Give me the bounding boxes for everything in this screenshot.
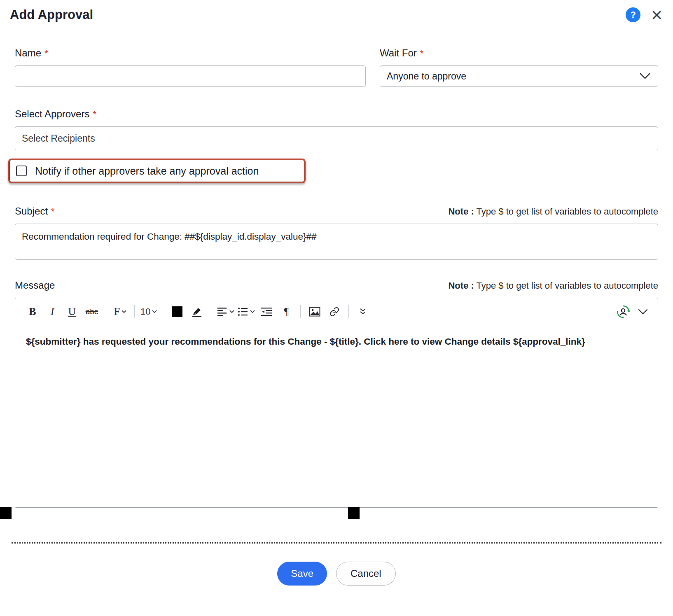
link-icon: [329, 307, 340, 317]
approvers-label: Select Approvers: [15, 108, 89, 119]
close-icon: ×: [651, 4, 662, 26]
help-button[interactable]: ?: [626, 7, 640, 22]
list-button[interactable]: [238, 303, 255, 321]
toolbar-divider: [134, 305, 135, 318]
notify-checkbox-label: Notify if other approvers take any appro…: [35, 165, 259, 177]
wait-for-required-mark: *: [420, 48, 424, 58]
align-left-icon: [217, 307, 228, 316]
underline-icon: U: [68, 306, 76, 318]
bold-button[interactable]: B: [24, 303, 41, 321]
highlight-color-button[interactable]: [189, 303, 205, 321]
message-editor-body[interactable]: ${submitter} has requested your recommen…: [15, 325, 658, 507]
font-size-button[interactable]: 10: [140, 303, 157, 321]
strikethrough-icon: abc: [86, 307, 98, 316]
cancel-button[interactable]: Cancel: [336, 562, 396, 586]
black-marker: [348, 507, 360, 519]
message-note: Note : Type $ to get list of variables t…: [448, 280, 658, 291]
align-button[interactable]: [217, 303, 234, 321]
more-tools-button[interactable]: [355, 303, 371, 321]
notify-highlight-annotation: Notify if other approvers take any appro…: [8, 159, 306, 183]
chevron-down-icon: [152, 310, 157, 313]
paragraph-button[interactable]: ¶: [278, 303, 294, 321]
footer-actions: Save Cancel: [0, 562, 673, 586]
message-label: Message: [15, 280, 55, 291]
form-area: Name* Wait For* Anyone to approve Selec: [0, 47, 673, 508]
subject-required-mark: *: [51, 206, 55, 217]
name-required-mark: *: [44, 48, 48, 58]
toolbar-divider: [163, 305, 163, 318]
add-approval-dialog: Add Approval ? × Name* Wait For*: [0, 0, 673, 616]
agent-circle-icon: [616, 305, 630, 319]
close-button[interactable]: ×: [651, 9, 662, 21]
font-family-icon: F: [114, 306, 120, 318]
bullet-list-icon: [238, 307, 248, 316]
double-chevron-down-icon: [359, 308, 367, 315]
collapse-toolbar-button[interactable]: [635, 303, 651, 321]
bold-icon: B: [29, 306, 36, 318]
approvers-required-mark: *: [93, 109, 96, 119]
text-color-icon: [172, 306, 182, 317]
note-body: Type $ to get list of variables to autoc…: [474, 280, 658, 291]
subject-note: Note : Type $ to get list of variables t…: [448, 206, 658, 217]
mention-agent-button[interactable]: [615, 303, 631, 321]
wait-for-selected-value: Anyone to approve: [387, 71, 466, 82]
black-marker: [0, 507, 12, 519]
save-button[interactable]: Save: [277, 562, 327, 586]
text-color-button[interactable]: [169, 303, 185, 321]
toolbar-divider: [300, 305, 301, 318]
image-icon: [309, 307, 320, 317]
name-input[interactable]: [15, 65, 366, 87]
name-label: Name: [15, 47, 41, 58]
paragraph-icon: ¶: [284, 306, 289, 318]
subject-input[interactable]: Recommendation required for Change: ##${…: [15, 224, 658, 260]
dialog-header: Add Approval ? ×: [0, 0, 673, 29]
strikethrough-button[interactable]: abc: [84, 303, 100, 321]
subject-label: Subject: [15, 205, 48, 217]
question-icon: ?: [630, 9, 636, 20]
rich-text-editor: B I U abc F 10: [15, 298, 658, 508]
highlighter-icon: [191, 306, 203, 317]
note-prefix: Note :: [448, 206, 474, 217]
notify-checkbox[interactable]: [16, 166, 27, 176]
chevron-down-icon: [640, 73, 650, 79]
approvers-input[interactable]: [15, 126, 658, 150]
chevron-down-icon: [250, 310, 255, 313]
italic-button[interactable]: I: [44, 303, 61, 321]
page-title: Add Approval: [10, 7, 93, 22]
italic-icon: I: [51, 306, 54, 318]
font-family-button[interactable]: F: [112, 303, 129, 321]
wait-for-label: Wait For: [380, 47, 417, 58]
note-prefix: Note :: [448, 280, 474, 291]
editor-toolbar: B I U abc F 10: [15, 298, 658, 325]
toolbar-divider: [106, 305, 106, 318]
outdent-button[interactable]: [258, 303, 275, 321]
font-size-value: 10: [140, 306, 150, 317]
insert-image-button[interactable]: [306, 303, 323, 321]
note-body: Type $ to get list of variables to autoc…: [474, 206, 658, 217]
underline-button[interactable]: U: [64, 303, 80, 321]
chevron-down-icon: [122, 310, 126, 313]
chevron-down-icon: [229, 310, 234, 313]
toolbar-divider: [348, 305, 349, 318]
outdent-icon: [261, 307, 272, 316]
toolbar-divider: [211, 305, 211, 318]
chevron-down-icon: [638, 309, 648, 315]
insert-link-button[interactable]: [326, 303, 343, 321]
dotted-divider: [12, 542, 661, 544]
wait-for-select[interactable]: Anyone to approve: [380, 65, 658, 87]
